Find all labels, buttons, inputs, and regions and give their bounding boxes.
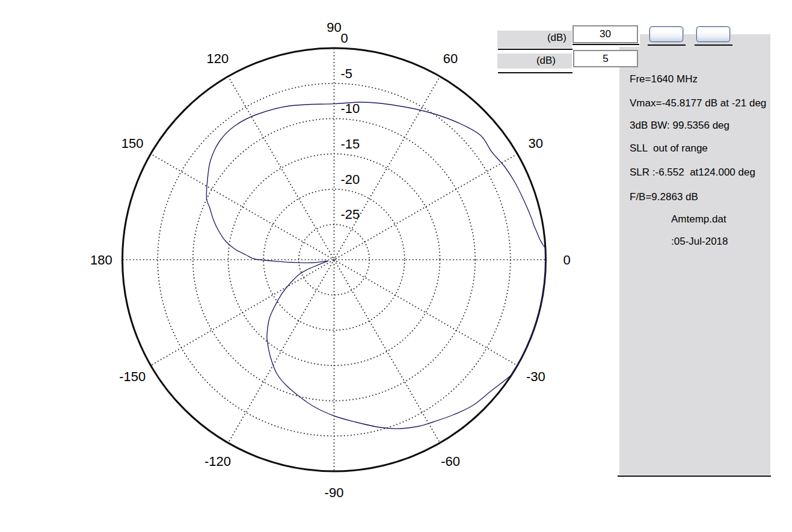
svg-text:-10: -10	[341, 101, 360, 116]
svg-text:-60: -60	[441, 454, 460, 469]
svg-text:-120: -120	[204, 454, 231, 469]
svg-text:180: 180	[90, 252, 112, 268]
svg-text:-15: -15	[341, 136, 360, 151]
svg-text:-90: -90	[325, 485, 344, 500]
svg-text:0: 0	[563, 252, 571, 268]
svg-text:120: 120	[207, 51, 229, 66]
svg-text:60: 60	[443, 51, 458, 66]
svg-text:90: 90	[327, 20, 341, 35]
svg-text:-20: -20	[341, 172, 360, 187]
svg-text:-5: -5	[341, 66, 353, 81]
svg-text:-30: -30	[526, 369, 545, 384]
svg-text:30: 30	[529, 136, 543, 151]
svg-text:-150: -150	[119, 369, 146, 384]
svg-text:-25: -25	[341, 207, 360, 222]
svg-text:150: 150	[121, 136, 144, 151]
svg-text:0: 0	[341, 31, 348, 46]
